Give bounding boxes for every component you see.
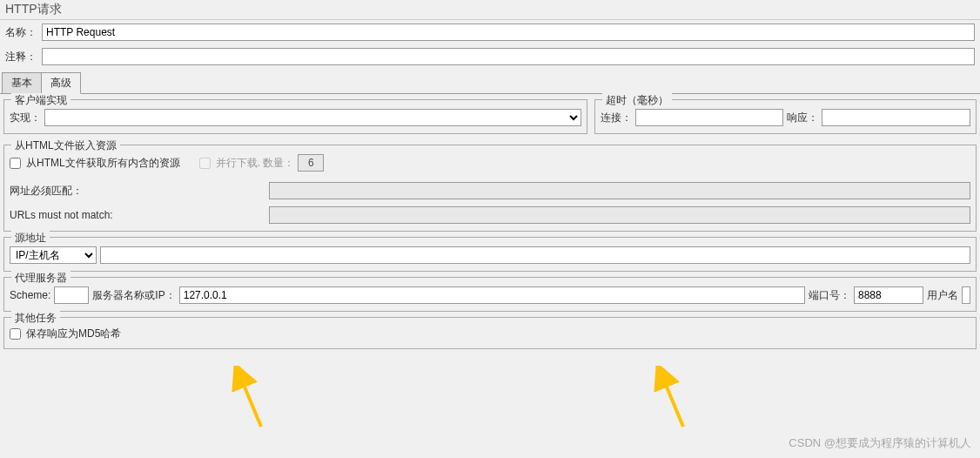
proxy-port-label: 端口号： (809, 288, 850, 303)
annotation-arrow-icon (644, 366, 696, 435)
comment-label: 注释： (5, 50, 38, 64)
source-addr-input[interactable] (100, 246, 970, 264)
url-not-match-input[interactable] (269, 206, 970, 224)
source-addr-type-select[interactable]: IP/主机名 (10, 246, 97, 264)
name-row: 名称： (0, 20, 980, 44)
svg-line-1 (239, 374, 261, 427)
client-impl-legend: 客户端实现 (11, 93, 70, 108)
parallel-count-input (298, 154, 324, 172)
url-match-input[interactable] (269, 182, 970, 199)
retrieve-resources-checkbox[interactable] (10, 158, 21, 169)
url-match-label: 网址必须匹配： (10, 184, 140, 199)
connect-timeout-label: 连接： (601, 111, 632, 125)
timeout-legend: 超时（毫秒） (602, 93, 672, 108)
proxy-server-input[interactable] (179, 286, 805, 304)
comment-row: 注释： (0, 44, 980, 69)
watermark: CSDN @想要成为程序猿的计算机人 (789, 435, 971, 451)
impl-label: 实现： (10, 111, 41, 125)
proxy-user-input[interactable] (962, 286, 970, 304)
other-tasks-legend: 其他任务 (11, 311, 60, 326)
connect-timeout-input[interactable] (635, 109, 784, 126)
svg-line-3 (661, 374, 683, 427)
proxy-port-input[interactable] (854, 286, 923, 304)
scheme-label: Scheme: (10, 289, 50, 301)
md5-checkbox[interactable] (10, 328, 21, 340)
annotation-arrow-icon (222, 366, 274, 435)
source-addr-fieldset: 源地址 IP/主机名 (3, 237, 977, 272)
scheme-input[interactable] (54, 286, 89, 304)
name-input[interactable] (42, 24, 975, 41)
parallel-download-label: 并行下载. 数量： (216, 156, 295, 171)
proxy-server-label: 服务器名称或IP： (92, 288, 175, 303)
html-embed-legend: 从HTML文件嵌入资源 (11, 138, 120, 153)
tab-advanced[interactable]: 高级 (41, 72, 81, 94)
proxy-legend: 代理服务器 (11, 271, 70, 286)
other-tasks-fieldset: 其他任务 保存响应为MD5哈希 (3, 317, 977, 349)
panel-title: HTTP请求 (0, 0, 980, 20)
comment-input[interactable] (42, 48, 975, 65)
response-timeout-label: 响应： (787, 111, 818, 125)
retrieve-resources-label: 从HTML文件获取所有内含的资源 (26, 156, 180, 171)
tab-basic[interactable]: 基本 (2, 72, 42, 93)
source-addr-legend: 源地址 (11, 231, 50, 246)
html-embed-fieldset: 从HTML文件嵌入资源 从HTML文件获取所有内含的资源 并行下载. 数量： 网… (3, 145, 977, 232)
parallel-download-checkbox (199, 158, 211, 169)
url-not-match-label: URLs must not match: (10, 209, 140, 221)
name-label: 名称： (5, 25, 38, 40)
tab-content-advanced: 客户端实现 实现： 超时（毫秒） 连接： 响应： 从HTML文件嵌入资源 从HT… (0, 94, 980, 360)
proxy-fieldset: 代理服务器 Scheme: 服务器名称或IP： 端口号： 用户名 (3, 277, 977, 312)
timeout-fieldset: 超时（毫秒） 连接： 响应： (594, 99, 977, 134)
impl-select[interactable] (44, 109, 581, 126)
response-timeout-input[interactable] (822, 109, 970, 126)
md5-label: 保存响应为MD5哈希 (26, 327, 121, 341)
client-impl-fieldset: 客户端实现 实现： (3, 99, 587, 134)
tabs-bar: 基本 高级 (0, 72, 980, 94)
proxy-user-label: 用户名 (927, 288, 958, 303)
